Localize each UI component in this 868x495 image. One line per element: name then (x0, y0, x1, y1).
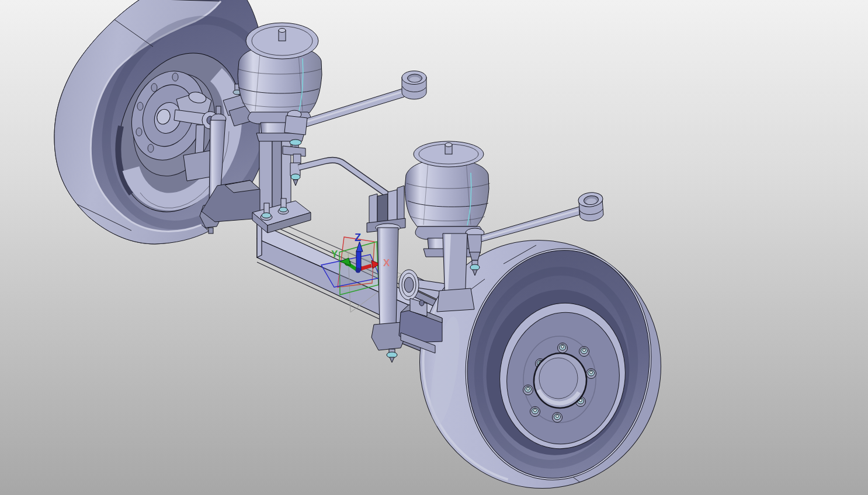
svg-text:Y: Y (331, 249, 338, 260)
svg-text:Z: Z (355, 232, 361, 243)
svg-text:X: X (383, 257, 390, 269)
